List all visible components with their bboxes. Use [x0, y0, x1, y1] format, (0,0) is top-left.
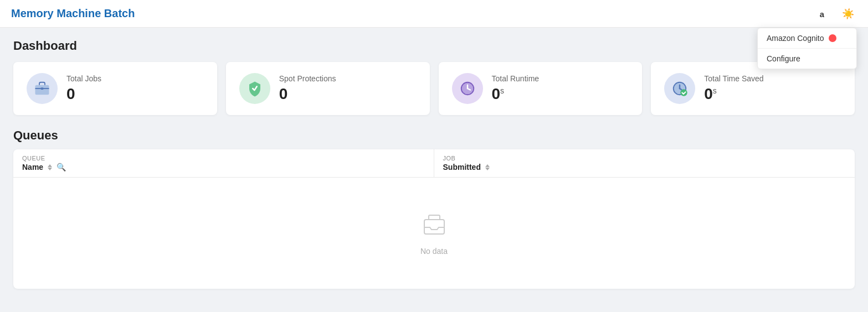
empty-inbox-icon — [421, 211, 448, 242]
app-header: Memory Machine Batch a ☀️ Amazon Cognito… — [0, 0, 868, 28]
amazon-icon-button[interactable]: a — [815, 5, 833, 23]
total-time-saved-label: Total Time Saved — [704, 74, 763, 83]
queue-column-header: QUEUE Name 🔍 — [13, 149, 434, 177]
svg-text:a: a — [820, 9, 825, 18]
queue-col-name: Name — [22, 163, 43, 171]
job-col-label: JOB — [443, 155, 846, 162]
clock-check-icon — [671, 80, 688, 97]
amazon-icon: a — [818, 8, 830, 20]
queue-col-name-row: Name 🔍 — [22, 163, 425, 171]
table-empty-state: No data — [13, 178, 855, 289]
total-jobs-icon-wrap — [27, 73, 58, 104]
shield-check-icon — [246, 80, 263, 97]
spot-protections-value: 0 — [279, 85, 336, 103]
svg-rect-1 — [35, 85, 49, 95]
total-runtime-value: 0s — [492, 85, 540, 103]
total-runtime-label: Total Runtime — [492, 74, 540, 83]
spot-protections-info: Spot Protections 0 — [279, 74, 336, 103]
empty-text: No data — [420, 247, 448, 256]
job-col-name-row: Submitted — [443, 163, 846, 171]
total-jobs-info: Total Jobs 0 — [66, 74, 101, 103]
job-sort-icon[interactable] — [485, 164, 490, 170]
total-time-saved-value: 0s — [704, 85, 763, 103]
dashboard-title: Dashboard — [13, 39, 855, 53]
header-actions: a ☀️ — [815, 5, 857, 23]
theme-toggle-button[interactable]: ☀️ — [839, 5, 857, 23]
svg-point-12 — [681, 89, 688, 96]
total-time-saved-info: Total Time Saved 0s — [704, 74, 763, 103]
table-header: QUEUE Name 🔍 JOB Submitted — [13, 149, 855, 178]
dropdown-item-cognito[interactable]: Amazon Cognito — [758, 28, 856, 49]
clock-icon — [459, 80, 476, 97]
svg-rect-3 — [41, 87, 44, 90]
app-title: Memory Machine Batch — [11, 7, 135, 20]
sort-down-icon — [485, 168, 490, 170]
queue-sort-icon[interactable] — [48, 164, 52, 170]
briefcase-icon — [34, 80, 50, 97]
job-column-header: JOB Submitted — [434, 149, 855, 177]
total-time-saved-suffix: s — [713, 86, 717, 95]
dropdown-item-configure[interactable]: Configure — [758, 49, 856, 69]
total-time-saved-icon-wrap — [664, 73, 695, 104]
queues-table: QUEUE Name 🔍 JOB Submitted — [13, 149, 855, 289]
red-dot-icon — [829, 34, 836, 42]
stats-grid: Total Jobs 0 Spot Protections 0 — [13, 62, 855, 115]
dropdown-menu: Amazon Cognito Configure — [757, 28, 857, 69]
total-jobs-label: Total Jobs — [66, 74, 101, 83]
stat-card-total-runtime: Total Runtime 0s — [439, 62, 643, 115]
total-jobs-value: 0 — [66, 85, 101, 103]
dropdown-item-label: Amazon Cognito — [767, 34, 824, 43]
total-runtime-info: Total Runtime 0s — [492, 74, 540, 103]
total-runtime-suffix: s — [500, 86, 504, 95]
queue-search-icon[interactable]: 🔍 — [57, 163, 66, 171]
sort-up-icon — [485, 164, 490, 167]
queues-title: Queues — [13, 128, 855, 143]
sort-up-icon — [48, 164, 52, 167]
dropdown-configure-label: Configure — [767, 54, 800, 63]
sun-icon: ☀️ — [842, 8, 854, 20]
stat-card-total-jobs: Total Jobs 0 — [13, 62, 217, 115]
spot-protections-icon-wrap — [239, 73, 270, 104]
job-col-name: Submitted — [443, 163, 481, 171]
queue-col-label: QUEUE — [22, 155, 425, 162]
spot-protections-label: Spot Protections — [279, 74, 336, 83]
sort-down-icon — [48, 168, 52, 170]
total-runtime-icon-wrap — [452, 73, 483, 104]
stat-card-total-time-saved: Total Time Saved 0s — [651, 62, 855, 115]
main-content: Dashboard Total Jobs 0 — [0, 28, 868, 300]
stat-card-spot-protections: Spot Protections 0 — [226, 62, 430, 115]
